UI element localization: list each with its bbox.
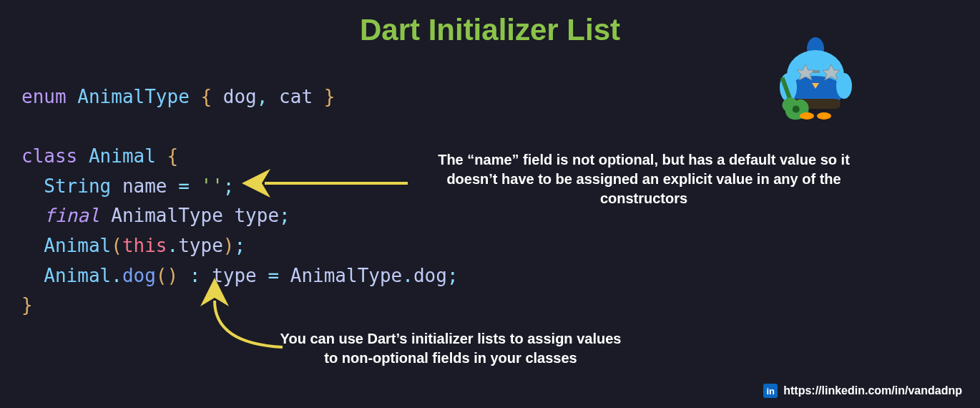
svg-point-12: [800, 112, 814, 120]
field-type: type: [234, 205, 279, 226]
type-animaltype: AnimalType: [77, 86, 190, 107]
svg-point-13: [817, 112, 831, 120]
keyword-class: class: [21, 145, 77, 167]
keyword-enum: enum: [21, 86, 67, 107]
code-block: enum AnimalType { dog, cat } class Anima…: [21, 82, 459, 321]
dart-mascot-icon: [773, 36, 858, 136]
keyword-this: this: [122, 235, 167, 256]
named-constructor-dog: dog: [122, 265, 156, 286]
annotation-name-field: The “name” field is not optional, but ha…: [415, 150, 873, 208]
keyword-final: final: [44, 205, 99, 226]
svg-point-9: [836, 73, 852, 99]
linkedin-icon: in: [763, 384, 778, 398]
type-animal: Animal: [89, 145, 156, 167]
footer-url: https://linkedin.com/in/vandadnp: [783, 384, 962, 397]
svg-rect-6: [813, 70, 820, 73]
annotation-initializer-list: You can use Dart’s initializer lists to …: [279, 329, 622, 368]
footer-link[interactable]: in https://linkedin.com/in/vandadnp: [763, 384, 962, 398]
field-name: name: [122, 175, 167, 197]
